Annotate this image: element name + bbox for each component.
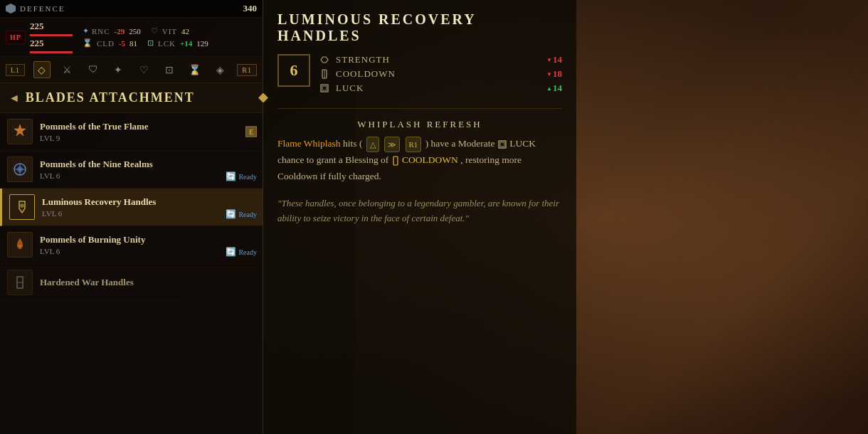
ability-header: WHIPLASH REFRESH xyxy=(277,119,562,130)
luck-stat: LUCK ▲14 xyxy=(319,83,562,94)
hp-values: 225 225 xyxy=(30,21,73,53)
luck-inline-icon xyxy=(497,139,507,149)
cooldown-value: ▼18 xyxy=(546,68,562,80)
equipment-icon xyxy=(7,232,33,258)
ready-badge: 🔄 Ready xyxy=(226,247,257,258)
level-badge: 6 xyxy=(277,54,310,87)
equipment-info: Pommels of Burning Unity LVL 6 xyxy=(40,234,255,256)
cooldown-inline-icon xyxy=(391,156,400,166)
lck-sym: ⊡ xyxy=(147,38,154,48)
triangle-button-icon: △ xyxy=(366,137,379,153)
equipment-item[interactable]: Pommels of the Nine Realms LVL 6 🔄 Ready xyxy=(0,151,263,189)
nav-tab-diamond[interactable]: ◇ xyxy=(33,61,51,78)
section-header: ◄ BLADES ATTACHMENT xyxy=(0,83,263,113)
nav-l1[interactable]: L1 xyxy=(6,64,25,76)
double-arrow-icon: ≫ xyxy=(384,137,400,153)
equipment-item[interactable]: Hardened War Handles xyxy=(0,264,263,302)
strength-value: ▼14 xyxy=(546,54,562,65)
cooldown-stat: COOLDOWN ▼18 xyxy=(319,68,562,80)
nav-tab-gem[interactable]: ◈ xyxy=(211,61,228,78)
item-stats-box: 6 STRENGTH ▼14 COOLDOWN ▼18 xyxy=(277,54,562,97)
equipment-icon xyxy=(7,157,33,182)
luck-value: ▲14 xyxy=(546,83,562,94)
svg-point-4 xyxy=(20,203,24,208)
svg-rect-9 xyxy=(321,85,328,92)
equipment-item[interactable]: Pommels of the True Flame LVL 9 E xyxy=(0,113,263,151)
ability-description: Flame Whiplash hits ( △ ≫ R1 ) have a Mo… xyxy=(277,136,562,185)
chevron-left-icon: ◄ xyxy=(9,92,20,105)
equipment-item[interactable]: Pommels of Burning Unity LVL 6 🔄 Ready xyxy=(0,226,263,264)
r1-button-icon: R1 xyxy=(406,137,422,153)
item-title: LUMINOUS RECOVERY HANDLES xyxy=(277,11,562,44)
strength-stat: STRENGTH ▼14 xyxy=(319,54,562,65)
equipment-list[interactable]: Pommels of the True Flame LVL 9 E Pommel… xyxy=(0,113,263,419)
hp-section: HP 225 225 ✦ RNC -29 250 ♡ VIT 42 ⌛ xyxy=(0,18,263,57)
cld-sym: ⌛ xyxy=(83,38,92,48)
hp-label: HP xyxy=(6,31,26,44)
ready-badge: 🔄 Ready xyxy=(226,209,257,220)
rnc-sym: ✦ xyxy=(83,26,89,36)
svg-rect-11 xyxy=(499,141,506,148)
nav-tab-heart[interactable]: ♡ xyxy=(135,61,152,78)
shield-icon xyxy=(6,4,16,14)
equipment-info: Luminous Recovery Handles LVL 6 xyxy=(42,196,255,218)
rnc-vit-group: ✦ RNC -29 250 ♡ VIT 42 ⌛ CLD -5 81 ⊡ LCK… xyxy=(83,26,208,48)
nav-tab-box[interactable]: ⊡ xyxy=(161,61,178,78)
svg-rect-12 xyxy=(500,142,504,147)
nav-tab-shield[interactable]: 🛡 xyxy=(85,61,102,78)
e-marker: E xyxy=(245,127,257,137)
ready-badge: 🔄 Ready xyxy=(226,171,257,182)
equipment-info: Pommels of the True Flame LVL 9 xyxy=(40,121,255,143)
defence-label: DEFENCE xyxy=(6,4,65,14)
section-title: BLADES ATTACHMENT xyxy=(26,90,195,105)
cooldown-text: COOLDOWN xyxy=(402,152,458,169)
item-quote: "These handles, once belonging to a lege… xyxy=(277,196,562,226)
defence-bar: DEFENCE 340 xyxy=(0,0,263,18)
divider xyxy=(277,108,562,109)
vit-sym: ♡ xyxy=(151,26,158,36)
equipment-icon xyxy=(7,270,33,295)
stat-lines: STRENGTH ▼14 COOLDOWN ▼18 xyxy=(319,54,562,97)
equipment-icon xyxy=(7,119,33,144)
flame-whiplash-text: Flame Whiplash xyxy=(277,138,341,149)
nav-r1[interactable]: R1 xyxy=(237,64,257,76)
nav-tab-sword[interactable]: ⚔ xyxy=(59,61,76,78)
strength-icon xyxy=(319,54,330,65)
nav-tab-hourglass[interactable]: ⌛ xyxy=(186,61,203,78)
svg-rect-13 xyxy=(393,157,398,165)
equipment-info: Pommels of the Nine Realms LVL 6 xyxy=(40,159,255,181)
nav-tab-star[interactable]: ✦ xyxy=(110,61,127,78)
right-panel: LUMINOUS RECOVERY HANDLES 6 STRENGTH ▼14… xyxy=(263,0,576,434)
left-panel: DEFENCE 340 HP 225 225 ✦ RNC -29 250 ♡ V… xyxy=(0,0,263,434)
luck-icon xyxy=(319,83,330,94)
cooldown-icon xyxy=(319,68,330,80)
equipment-icon xyxy=(9,194,35,220)
equipment-info: Hardened War Handles xyxy=(40,277,255,289)
equipment-item-selected[interactable]: Luminous Recovery Handles LVL 6 🔄 Ready xyxy=(0,189,263,226)
nav-tabs: L1 ◇ ⚔ 🛡 ✦ ♡ ⊡ ⌛ ◈ R1 xyxy=(0,57,263,83)
svg-rect-10 xyxy=(322,86,327,90)
